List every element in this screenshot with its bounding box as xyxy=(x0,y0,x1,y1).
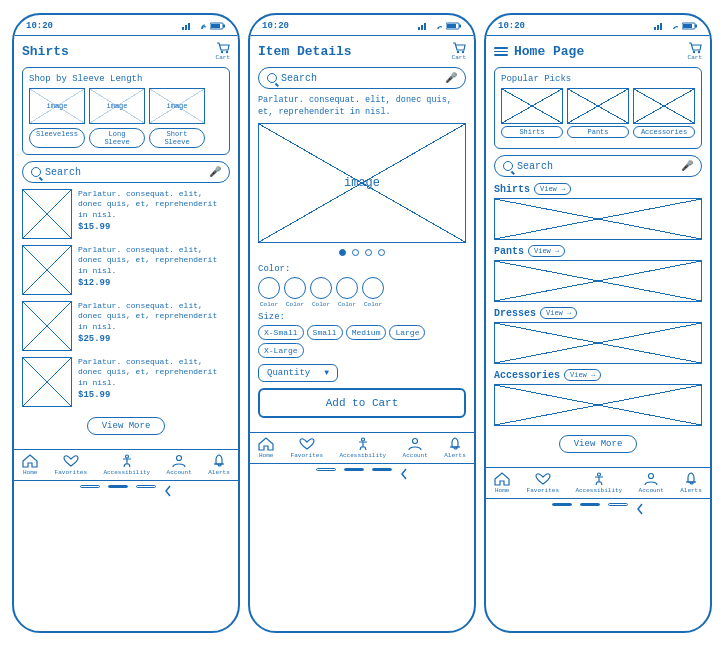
popular-pants[interactable]: Pants xyxy=(567,88,629,138)
shirts-search-bar[interactable]: Search 🎤 xyxy=(22,161,230,183)
category-accessories: Accessories View → xyxy=(494,369,702,426)
heart-icon-2 xyxy=(299,437,315,451)
item-cart[interactable]: Cart xyxy=(452,42,466,61)
view-arrow-dresses[interactable]: View → xyxy=(540,307,577,319)
category-title-shirts: Shirts xyxy=(494,184,530,195)
item-description: Parlatur. consequat. elit, donec quis, e… xyxy=(258,95,466,119)
phone-item-details: 10:20 Item Details Cart Search 🎤 xyxy=(248,13,476,633)
hamburger-icon[interactable] xyxy=(494,47,508,56)
indicator-4 xyxy=(316,468,336,471)
sleeve-img-sleeveless[interactable]: image xyxy=(29,88,85,124)
view-arrow-shirts[interactable]: View → xyxy=(534,183,571,195)
item-search-bar[interactable]: Search 🎤 xyxy=(258,67,466,89)
sleeve-img-label-3: image xyxy=(166,102,187,110)
size-xlarge[interactable]: X-Large xyxy=(258,343,304,358)
color-opt-1[interactable] xyxy=(258,277,280,299)
category-pants: Pants View → xyxy=(494,245,702,302)
time-3: 10:20 xyxy=(498,21,525,31)
color-opt-4[interactable] xyxy=(336,277,358,299)
back-arrow-icon[interactable] xyxy=(164,485,172,497)
svg-point-30 xyxy=(698,51,700,53)
category-img-accessories[interactable] xyxy=(494,384,702,426)
color-opt-3[interactable] xyxy=(310,277,332,299)
sleeve-img-long[interactable]: image xyxy=(89,88,145,124)
mic-icon-1[interactable]: 🎤 xyxy=(209,166,221,178)
home-page-header: Home Page Cart xyxy=(494,42,702,61)
home-cart[interactable]: Cart xyxy=(688,42,702,61)
nav-home-1[interactable]: Home xyxy=(22,454,38,476)
image-dots xyxy=(258,249,466,256)
sleeve-img-short[interactable]: image xyxy=(149,88,205,124)
nav-favorites-1[interactable]: Favorites xyxy=(55,454,87,476)
signal-icon-3 xyxy=(654,22,666,30)
nav-alerts-3[interactable]: Alerts xyxy=(680,472,702,494)
dot-1[interactable] xyxy=(339,249,346,256)
category-img-dresses[interactable] xyxy=(494,322,702,364)
nav-label-access-3: Accessibility xyxy=(575,487,622,494)
popular-tag-pants: Pants xyxy=(567,126,629,138)
nav-alerts-1[interactable]: Alerts xyxy=(208,454,230,476)
nav-label-acct-1: Account xyxy=(167,469,192,476)
sleeve-tag-short[interactable]: Short Sleeve xyxy=(149,128,205,148)
sleeve-tag-sleeveless[interactable]: Sleeveless xyxy=(29,128,85,148)
back-arrow-icon-2[interactable] xyxy=(400,468,408,480)
dot-2[interactable] xyxy=(352,249,359,256)
home-header-left: Home Page xyxy=(494,44,584,59)
dot-3[interactable] xyxy=(365,249,372,256)
size-xsmall[interactable]: X-Small xyxy=(258,325,304,340)
product-price-4: $15.99 xyxy=(78,390,230,400)
nav-home-3[interactable]: Home xyxy=(494,472,510,494)
color-opt-2[interactable] xyxy=(284,277,306,299)
size-large[interactable]: Large xyxy=(389,325,425,340)
nav-account-3[interactable]: Account xyxy=(639,472,664,494)
view-more-container-3: View More xyxy=(494,431,702,457)
nav-favorites-3[interactable]: Favorites xyxy=(527,472,559,494)
size-small[interactable]: Small xyxy=(307,325,343,340)
svg-rect-11 xyxy=(418,27,420,30)
nav-accessibility-3[interactable]: Accessibility xyxy=(575,472,622,494)
product-img-3[interactable] xyxy=(22,301,72,351)
view-arrow-pants[interactable]: View → xyxy=(528,245,565,257)
color-lbl-1: Color xyxy=(258,301,280,308)
category-img-pants[interactable] xyxy=(494,260,702,302)
nav-accessibility-2[interactable]: Accessibility xyxy=(339,437,386,459)
dot-4[interactable] xyxy=(378,249,385,256)
nav-accessibility-1[interactable]: Accessibility xyxy=(103,454,150,476)
product-img-2[interactable] xyxy=(22,245,72,295)
svg-point-19 xyxy=(462,51,464,53)
nav-home-2[interactable]: Home xyxy=(258,437,274,459)
nav-favorites-2[interactable]: Favorites xyxy=(291,437,323,459)
nav-alerts-2[interactable]: Alerts xyxy=(444,437,466,459)
sleeve-tag-long[interactable]: Long Sleeve xyxy=(89,128,145,148)
mic-icon-2[interactable]: 🎤 xyxy=(445,72,457,84)
nav-label-alerts-1: Alerts xyxy=(208,469,230,476)
nav-account-2[interactable]: Account xyxy=(403,437,428,459)
nav-label-fav-1: Favorites xyxy=(55,469,87,476)
add-to-cart-button[interactable]: Add to Cart xyxy=(258,388,466,418)
back-arrow-icon-3[interactable] xyxy=(636,503,644,515)
product-img-4[interactable] xyxy=(22,357,72,407)
product-price-1: $15.99 xyxy=(78,222,230,232)
view-arrow-accessories[interactable]: View → xyxy=(564,369,601,381)
mic-icon-3[interactable]: 🎤 xyxy=(681,160,693,172)
svg-rect-16 xyxy=(447,24,456,28)
cart-icon-svg-3 xyxy=(688,42,702,54)
category-img-shirts[interactable] xyxy=(494,198,702,240)
status-icons-1 xyxy=(182,22,226,30)
size-medium[interactable]: Medium xyxy=(346,325,387,340)
nav-account-1[interactable]: Account xyxy=(167,454,192,476)
product-img-1[interactable] xyxy=(22,189,72,239)
chevron-down-icon: ▼ xyxy=(324,368,329,377)
category-header-shirts: Shirts View → xyxy=(494,183,702,195)
wifi-icon-2 xyxy=(433,22,443,30)
category-shirts: Shirts View → xyxy=(494,183,702,240)
shirts-cart[interactable]: Cart xyxy=(216,42,230,61)
view-more-button-1[interactable]: View More xyxy=(87,417,166,435)
popular-accessories[interactable]: Accessories xyxy=(633,88,695,138)
popular-shirts[interactable]: Shirts xyxy=(501,88,563,138)
home-search-bar[interactable]: Search 🎤 xyxy=(494,155,702,177)
color-opt-5[interactable] xyxy=(362,277,384,299)
quantity-dropdown[interactable]: Quantity ▼ xyxy=(258,364,338,382)
person-icon-3 xyxy=(643,472,659,486)
view-more-button-3[interactable]: View More xyxy=(559,435,638,453)
